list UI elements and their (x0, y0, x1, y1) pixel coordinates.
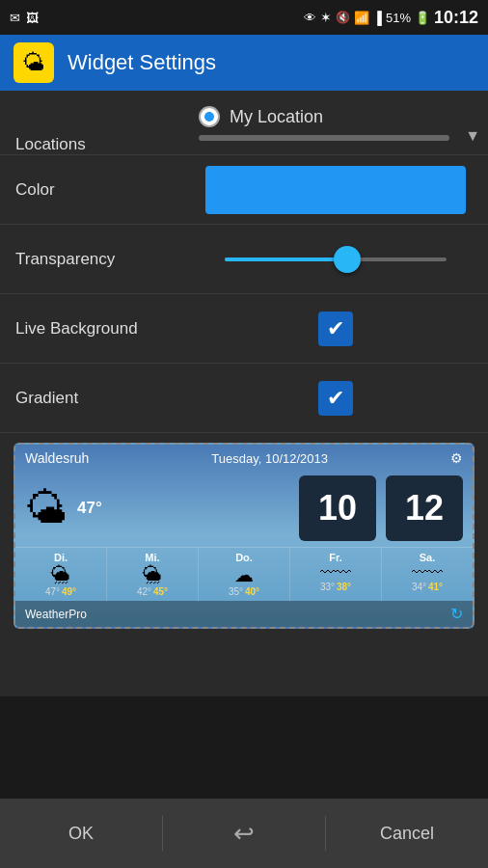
app-icon: 🌤 (14, 42, 54, 83)
wifi-icon: 📶 (354, 11, 369, 25)
ok-label: OK (68, 824, 94, 844)
transparency-label: Transparency (15, 250, 199, 269)
app-icon-glyph: 🌤 (22, 49, 45, 76)
cancel-button[interactable]: Cancel (326, 799, 488, 868)
mute-icon: 🔇 (336, 11, 350, 24)
battery-label: 51% (386, 11, 411, 25)
back-icon: ↩ (233, 819, 255, 849)
location-dropdown[interactable]: ▼ (199, 135, 473, 141)
settings-icon[interactable]: ⚙ (450, 450, 463, 466)
clock-hour-value: 10 (318, 488, 357, 529)
preview-clocks: 10 12 (299, 475, 463, 541)
live-background-label: Live Background (15, 319, 199, 339)
image-icon: 🖼 (26, 11, 39, 25)
weather-icon: 🌤 (25, 484, 68, 532)
gradient-row: Gradient ✔ (0, 364, 488, 433)
clock-hour: 10 (299, 475, 376, 541)
transparency-control[interactable] (199, 258, 473, 261)
clock-minute-value: 12 (405, 488, 444, 529)
status-left-icons: ✉ 🖼 (10, 11, 39, 25)
live-background-row: Live Background ✔ (0, 294, 488, 364)
gradient-checkmark-icon: ✔ (327, 388, 344, 409)
gradient-label: Gradient (15, 389, 199, 408)
forecast-day-0: Di. 🌦 47° 49° (15, 548, 107, 601)
email-icon: ✉ (10, 11, 20, 25)
color-control[interactable] (199, 166, 473, 214)
preview-city: Waldesruh (25, 450, 89, 466)
forecast-day-1: Mi. 🌦 42° 45° (107, 548, 199, 601)
slider-thumb[interactable] (334, 246, 361, 273)
checkmark-icon: ✔ (327, 318, 344, 339)
forecast-day-4: Sa. 〰〰 34° 41° (382, 548, 473, 601)
location-name: My Location (230, 107, 323, 127)
preview-brand: WeatherPro (25, 608, 87, 621)
eye-icon: 👁 (304, 11, 316, 25)
clock-minute: 12 (386, 475, 463, 541)
ok-button[interactable]: OK (0, 799, 162, 868)
locations-row: Locations My Location ▼ (0, 91, 488, 154)
battery-icon: 🔋 (415, 11, 430, 25)
live-background-control[interactable]: ✔ (199, 312, 473, 346)
location-option[interactable]: My Location (199, 106, 473, 127)
refresh-icon[interactable]: ↻ (450, 605, 463, 623)
content-spacer (0, 638, 488, 696)
location-dropdown-bar[interactable] (199, 135, 449, 141)
bluetooth-icon: ✶ (320, 10, 332, 25)
preview-temp: 47° (77, 499, 102, 518)
signal-icon: ▐ (373, 11, 382, 25)
forecast-day-2: Do. ☁ 35° 40° (199, 548, 290, 601)
radio-inner (204, 112, 214, 122)
preview-date: Tuesday, 10/12/2013 (211, 451, 328, 466)
app-bar-title: Widget Settings (68, 50, 216, 75)
status-time: 10:12 (434, 8, 478, 28)
preview-footer: WeatherPro ↻ (15, 601, 473, 627)
dropdown-arrow-icon: ▼ (465, 127, 480, 145)
radio-button[interactable] (199, 106, 220, 127)
bottom-bar: OK ↩ Cancel (0, 799, 488, 868)
cancel-label: Cancel (380, 824, 434, 844)
transparency-slider[interactable] (225, 258, 447, 261)
locations-label: Locations (15, 106, 199, 154)
preview-header: Waldesruh Tuesday, 10/12/2013 ⚙ (15, 445, 473, 472)
color-label: Color (15, 180, 199, 200)
color-swatch[interactable] (205, 166, 466, 214)
color-row: Color (0, 155, 488, 225)
live-background-checkbox[interactable]: ✔ (318, 312, 353, 346)
status-bar: ✉ 🖼 👁 ✶ 🔇 📶 ▐ 51% 🔋 10:12 (0, 0, 488, 35)
transparency-row: Transparency (0, 225, 488, 294)
gradient-control[interactable]: ✔ (199, 381, 473, 416)
locations-control[interactable]: My Location ▼ (199, 106, 473, 152)
preview-main: 🌤 47° 10 12 (15, 472, 473, 547)
settings-content: Locations My Location ▼ Color Transparen… (0, 91, 488, 696)
gradient-checkbox[interactable]: ✔ (318, 381, 353, 416)
status-right-icons: 👁 ✶ 🔇 📶 ▐ 51% 🔋 10:12 (304, 8, 478, 28)
widget-preview: Waldesruh Tuesday, 10/12/2013 ⚙ 🌤 47° 10… (14, 443, 474, 629)
app-bar: 🌤 Widget Settings (0, 35, 488, 91)
forecast-day-3: Fr. 〰〰 33° 38° (290, 548, 382, 601)
forecast-row: Di. 🌦 47° 49° Mi. 🌦 42° 45° Do. ☁ 3 (15, 547, 473, 601)
slider-fill (225, 258, 347, 261)
back-button[interactable]: ↩ (163, 799, 325, 868)
